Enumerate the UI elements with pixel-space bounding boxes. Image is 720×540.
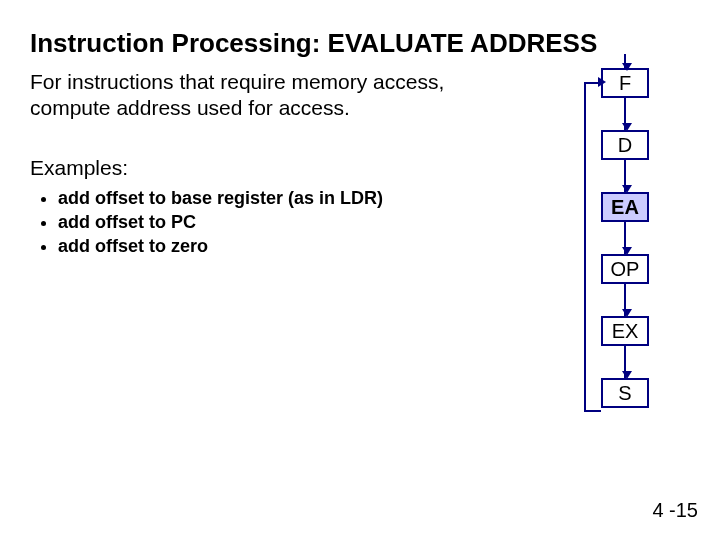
slide-title: Instruction Processing: EVALUATE ADDRESS xyxy=(30,28,690,59)
arrow-down-icon xyxy=(624,284,626,316)
stage-label: OP xyxy=(611,258,640,281)
arrow-down-icon xyxy=(624,160,626,192)
example-item: add offset to zero xyxy=(58,234,530,258)
page-number: 4 -15 xyxy=(652,499,698,522)
stage-label: S xyxy=(618,382,631,405)
arrow-down-icon xyxy=(624,222,626,254)
text-column: For instructions that require memory acc… xyxy=(30,69,530,258)
stage-box-f: F xyxy=(601,68,649,98)
diagram-connector xyxy=(601,346,649,378)
stage-box-d: D xyxy=(601,130,649,160)
example-item: add offset to base register (as in LDR) xyxy=(58,186,530,210)
arrow-right-icon xyxy=(598,77,606,87)
arrow-down-icon xyxy=(624,346,626,378)
stage-label: EA xyxy=(611,196,639,219)
example-item: add offset to PC xyxy=(58,210,530,234)
stage-label: D xyxy=(618,134,632,157)
arrow-down-icon xyxy=(624,54,626,70)
loopback-arrow xyxy=(584,82,601,412)
examples-heading: Examples: xyxy=(30,156,530,180)
stage-box-ex: EX xyxy=(601,316,649,346)
stage-box-ea: EA xyxy=(601,192,649,222)
stage-box-op: OP xyxy=(601,254,649,284)
lead-text: For instructions that require memory acc… xyxy=(30,69,530,122)
pipeline-diagram: F D EA OP EX S xyxy=(590,68,660,408)
arrow-down-icon xyxy=(624,98,626,130)
diagram-connector xyxy=(601,222,649,254)
stage-label: F xyxy=(619,72,631,95)
slide: Instruction Processing: EVALUATE ADDRESS… xyxy=(0,0,720,540)
examples-list: add offset to base register (as in LDR) … xyxy=(58,186,530,259)
stage-box-s: S xyxy=(601,378,649,408)
diagram-connector xyxy=(601,98,649,130)
stage-label: EX xyxy=(612,320,639,343)
diagram-connector xyxy=(601,284,649,316)
diagram-connector xyxy=(601,160,649,192)
